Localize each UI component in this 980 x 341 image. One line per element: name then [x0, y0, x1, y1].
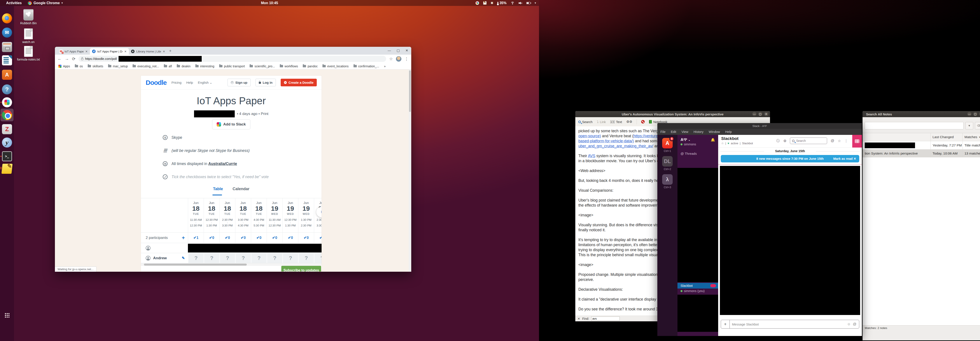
wifi-icon[interactable] [511, 2, 514, 5]
menu-window[interactable]: Window [709, 130, 720, 133]
vote-cell[interactable]: ? [267, 253, 282, 263]
note-row[interactable]: Yesterday, 7:27 PM Title match [862, 141, 980, 149]
bookmark-folder[interactable]: public transport [219, 65, 245, 68]
new-messages-banner[interactable]: 8 new messages since 7:30 PM on June 15t… [721, 155, 859, 162]
search-button[interactable]: Search [578, 120, 593, 124]
clock[interactable]: Mon 10:45 [261, 1, 278, 5]
attach-plus-icon[interactable]: + [721, 320, 730, 328]
emoji-icon[interactable]: ☺ [847, 322, 851, 326]
menu-help[interactable]: Help [725, 130, 732, 133]
maximize-button[interactable]: ▢ [396, 49, 400, 52]
dock-item-files-archive[interactable] [2, 42, 12, 52]
notes-title-bar[interactable]: Search All Notes — ▢ ✕ [862, 111, 980, 117]
dock-item-help[interactable]: ? [2, 84, 12, 94]
menu-edit[interactable]: Edit [671, 130, 676, 133]
dock-item-thunderbird[interactable]: ✉ [2, 27, 12, 38]
tab-gmail[interactable]: M IoT Apps Paper - anjsimmo ✕ [57, 48, 90, 55]
workspace-dl[interactable]: DL [662, 156, 673, 167]
vote-cell[interactable]: ? [298, 253, 314, 263]
date-option[interactable]: Jun18TUE12:30 PM1:30 PM [204, 198, 220, 232]
col-matches[interactable]: Matches▼ [963, 135, 980, 139]
info-icon[interactable]: ⓘ [776, 139, 780, 143]
forward-button[interactable]: → [65, 56, 69, 61]
dock-item-sticky-notes[interactable] [2, 164, 12, 174]
doodle-logo[interactable]: Doodle [146, 79, 167, 86]
settings-gear-icon[interactable]: ⚙ [783, 139, 786, 143]
tab-doodle[interactable]: d IoT Apps Paper | Doodle ✕ [90, 48, 129, 55]
minimize-button[interactable]: — [967, 112, 972, 116]
bookmark-folder[interactable]: deakin [177, 65, 191, 68]
dock-item-libreoffice-writer[interactable] [2, 55, 12, 65]
workspace-tray-icon[interactable]: ✖ [491, 1, 493, 5]
bookmark-folder[interactable]: afl [164, 65, 172, 68]
note-row-selected[interactable]: tion System: An InfoVis perspective Toda… [862, 149, 980, 157]
tools-button[interactable]: ⚙⚙ [627, 120, 632, 124]
reload-button[interactable]: ⟳ [72, 56, 75, 62]
sidebar-item-you[interactable]: simmons (you) [678, 289, 718, 293]
edit-pencil-icon[interactable]: ✎ [182, 256, 185, 260]
table-horizontal-scrollbar[interactable] [141, 263, 321, 266]
link-button[interactable]: ⤵Link [597, 120, 606, 124]
date-option[interactable]: Jun18TUE2:30 PM3:30 PM [220, 198, 235, 232]
more-menu-icon[interactable]: ⋮ [845, 139, 848, 143]
delete-icon[interactable] [641, 120, 645, 124]
find-input[interactable] [591, 317, 620, 321]
bookmark-folder[interactable]: pandoc [303, 65, 318, 68]
mentions-icon[interactable]: @ [830, 139, 834, 143]
maximize-button[interactable]: ▢ [758, 112, 762, 116]
desktop-icon-trash[interactable]: Rubbish Bin [16, 9, 40, 25]
date-option[interactable]: Jun18TUE3:30 PM4:30 PM [235, 198, 251, 232]
tab-library[interactable]: Library Home | Library ✕ [129, 48, 167, 55]
link-text[interactable]: based-platform-for-vehicle-data/) [578, 139, 634, 143]
search-box[interactable]: Search [790, 138, 827, 144]
dock-item-slack[interactable] [2, 97, 12, 107]
workspace-a2i2[interactable]: A8 [662, 138, 673, 148]
mention-icon[interactable]: @ [853, 322, 856, 326]
vote-cell[interactable]: ? [220, 253, 235, 263]
close-button[interactable]: ✕ [405, 49, 408, 52]
bookmark-folder[interactable]: event_locations [323, 65, 348, 68]
bookmarks-overflow[interactable]: » [384, 65, 386, 68]
system-tray[interactable]: ✖ 35% x ▾ [476, 0, 536, 6]
dock-item-lyx[interactable]: y [2, 138, 12, 148]
bookmark-folder[interactable]: confirmation_... [353, 65, 379, 68]
star-channel-icon[interactable]: ☆ [721, 142, 724, 145]
menu-file[interactable]: File [660, 130, 665, 133]
col-last-changed[interactable]: Last Changed [931, 133, 963, 141]
desktop-icon-formula-notes[interactable]: formula-notes.txt [16, 46, 40, 61]
message-input[interactable]: + Message Slackbot ☺ @ [721, 320, 859, 328]
search-dropdown-button[interactable]: ▼ [965, 122, 973, 129]
nav-pricing[interactable]: Pricing [172, 81, 181, 84]
date-option[interactable]: Jun19WED11:30 AM12:30 PM [267, 198, 282, 232]
address-bar[interactable]: https://doodle.com/poll [78, 56, 386, 62]
window-controls[interactable]: — ▢ ✕ [967, 112, 980, 116]
notes-tray-icon[interactable] [483, 1, 487, 5]
workspace-name[interactable]: A²I² ⌄ 🔔 [678, 135, 718, 143]
close-find-icon[interactable]: ✕ [578, 317, 580, 320]
link-text[interactable]: uber_and_gm_cruise_are_making_their_av/ [578, 144, 653, 148]
date-option[interactable]: Jun18TUE4:30 PM5:30 PM [251, 198, 267, 232]
minimize-button[interactable]: — [752, 112, 756, 116]
page-scrollbar[interactable] [409, 70, 411, 272]
slack-tray-icon[interactable] [476, 1, 479, 5]
maximize-button[interactable]: ▢ [973, 112, 977, 116]
vote-cell[interactable]: ? [314, 253, 322, 263]
bookmark-folder[interactable]: interesting [195, 65, 215, 68]
nav-language[interactable]: English ⌄ [198, 81, 212, 85]
desktop-icon-watch-on[interactable]: watch.on [16, 29, 40, 44]
text-button[interactable]: a·bText [610, 120, 622, 124]
battery-icon[interactable] [526, 2, 530, 4]
starred-icon[interactable]: ☆ [838, 139, 841, 143]
close-button[interactable]: ✕ [979, 112, 980, 116]
window-controls[interactable]: — ▢ ✕ [752, 112, 768, 116]
dock-item-ubuntu-software[interactable]: A [2, 70, 12, 80]
slack-title-bar[interactable]: Slack - A²I² [657, 123, 862, 129]
subscribe-button[interactable]: Subscribe to updates [281, 266, 321, 272]
add-participant-button[interactable]: + [182, 235, 185, 241]
menu-history[interactable]: History [694, 130, 703, 133]
signup-button[interactable]: Sign up [228, 79, 251, 86]
date-divider[interactable]: Saturday, June 15th [718, 149, 862, 153]
bookmark-star-icon[interactable]: ☆ [389, 56, 393, 62]
minimize-button[interactable]: — [388, 49, 391, 52]
vote-cell[interactable]: ? [188, 253, 204, 263]
